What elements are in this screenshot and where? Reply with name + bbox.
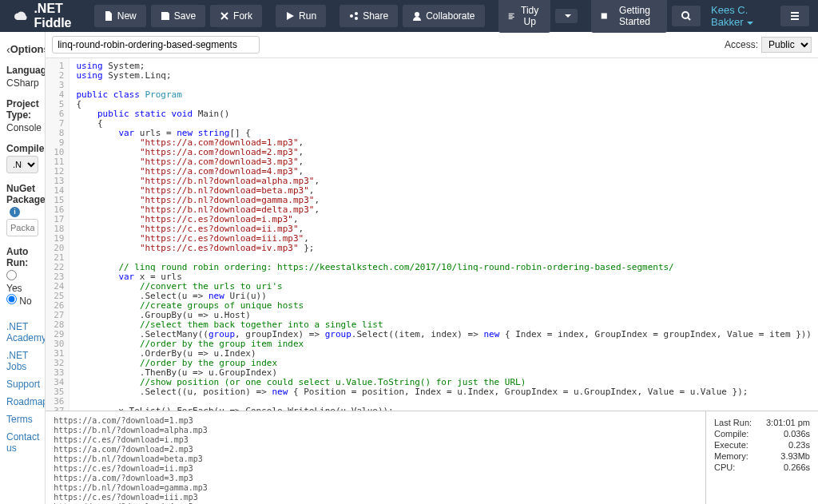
fork-button[interactable]: Fork xyxy=(210,5,262,27)
sidebar-links: .NET Academy.NET JobsSupportRoadmapTerms… xyxy=(6,318,38,457)
info-icon[interactable]: i xyxy=(10,207,20,217)
svg-point-4 xyxy=(682,12,689,18)
fork-icon xyxy=(220,11,229,21)
menu-button[interactable] xyxy=(780,6,809,26)
collaborate-button[interactable]: Collaborate xyxy=(403,5,484,27)
file-icon xyxy=(104,11,113,21)
share-icon xyxy=(349,11,359,21)
svg-point-0 xyxy=(350,14,353,18)
cloud-icon xyxy=(14,10,29,22)
svg-point-3 xyxy=(415,12,419,17)
play-icon xyxy=(285,11,295,21)
sidebar-link[interactable]: Contact us xyxy=(6,428,38,457)
nuget-label: NuGet Packages:i xyxy=(6,183,38,217)
caret-down-icon xyxy=(565,14,571,18)
caret-down-icon xyxy=(747,22,753,25)
navbar: .NET Fiddle New Save Fork Run Share Coll… xyxy=(0,0,818,32)
search-icon xyxy=(681,11,691,21)
line-gutter: 1234567891011121314151617181920212223242… xyxy=(46,58,69,411)
svg-point-1 xyxy=(355,12,358,15)
sidebar-link[interactable]: Roadmap xyxy=(6,393,38,411)
logo[interactable]: .NET Fiddle xyxy=(6,2,92,30)
compiler-select[interactable]: .NET Core 2.2 xyxy=(6,156,38,173)
language-label: Language: xyxy=(6,65,38,76)
svg-point-2 xyxy=(355,17,358,20)
autorun-yes[interactable]: Yes xyxy=(6,272,22,294)
save-icon xyxy=(161,11,170,21)
access-select[interactable]: Public xyxy=(761,37,812,53)
user-icon xyxy=(412,11,422,21)
nuget-input[interactable] xyxy=(6,219,38,236)
access-label: Access: xyxy=(725,39,758,50)
project-type-value: Console xyxy=(6,122,38,133)
compiler-label: Compiler: xyxy=(6,143,38,154)
run-button[interactable]: Run xyxy=(276,5,326,27)
sidebar-link[interactable]: .NET Jobs xyxy=(6,347,38,375)
book-icon xyxy=(601,11,608,21)
tidy-button[interactable]: Tidy Up xyxy=(498,0,551,33)
code-area[interactable]: using System;using System.Linq; public c… xyxy=(69,58,818,411)
stats-panel: Last Run:3:01:01 pm Compile:0.036s Execu… xyxy=(706,411,818,504)
search-button[interactable] xyxy=(672,6,701,26)
brand-text: .NET Fiddle xyxy=(34,2,83,30)
new-button[interactable]: New xyxy=(94,5,146,27)
getting-started-button[interactable]: Getting Started xyxy=(591,0,667,33)
user-menu[interactable]: Kees C. Bakker xyxy=(703,4,778,28)
save-button[interactable]: Save xyxy=(151,5,205,27)
share-button[interactable]: Share xyxy=(340,5,398,27)
code-editor[interactable]: 1234567891011121314151617181920212223242… xyxy=(46,58,818,411)
autorun-no[interactable]: No xyxy=(6,296,32,307)
fiddle-title-input[interactable] xyxy=(52,36,260,54)
tidy-dropdown[interactable] xyxy=(555,9,578,23)
autorun-label: Auto Run: xyxy=(6,246,38,268)
language-value: CSharp xyxy=(6,77,38,89)
align-icon xyxy=(508,11,514,21)
output-panel: https://a.com/?download=1.mp3 https://b.… xyxy=(46,411,706,504)
hamburger-icon xyxy=(790,11,800,21)
sidebar: ‹ Options ✎ Language: CSharp Project Typ… xyxy=(0,32,46,504)
project-type-label: Project Type: xyxy=(6,98,38,121)
sidebar-link[interactable]: Support xyxy=(6,375,38,393)
options-title: Options xyxy=(10,43,46,55)
sidebar-link[interactable]: Terms xyxy=(6,411,38,428)
sidebar-link[interactable]: .NET Academy xyxy=(6,318,38,347)
